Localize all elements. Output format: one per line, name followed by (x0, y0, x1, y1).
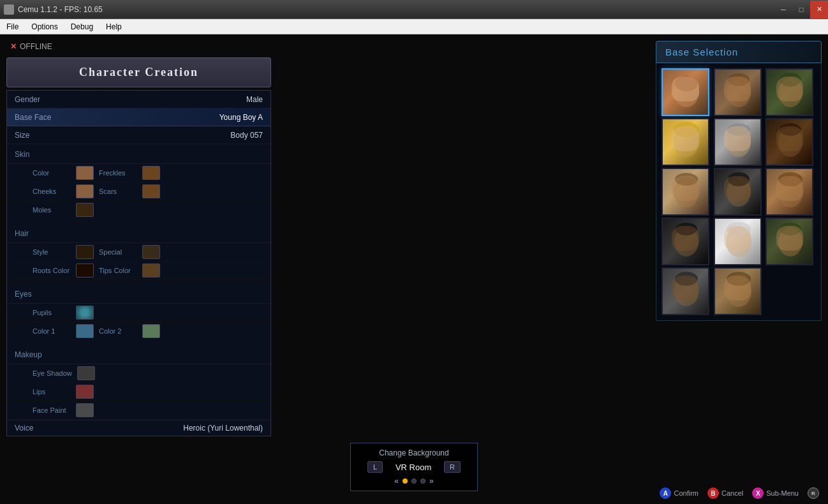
size-label: Size (15, 131, 230, 140)
makeup-label: Makeup (15, 350, 42, 359)
eye-color-row: Color 1 Color 2 (7, 322, 270, 341)
face-portrait-11 (715, 219, 760, 264)
svg-point-15 (728, 172, 750, 186)
eye-color1-swatch[interactable] (76, 324, 94, 338)
maximize-button[interactable]: □ (792, 1, 810, 19)
face-portrait-4 (663, 119, 708, 165)
gender-value: Male (246, 95, 263, 104)
hair-special-label: Special (99, 248, 137, 256)
tips-color-swatch[interactable] (142, 263, 160, 278)
skin-color-swatch[interactable] (76, 166, 94, 180)
bg-name: VR Room (388, 463, 439, 472)
pupils-label: Pupils (33, 309, 71, 316)
face-grid (656, 63, 822, 321)
b-button[interactable]: B (707, 487, 719, 499)
eye-color1-label: Color 1 (33, 327, 71, 335)
face-cell-13[interactable] (662, 267, 709, 315)
bg-dot-1[interactable] (403, 478, 408, 484)
bg-dot-3[interactable] (420, 478, 425, 484)
svg-point-17 (778, 172, 802, 186)
char-options: Gender Male Base Face Young Boy A Size B… (6, 90, 271, 436)
a-button[interactable]: A (660, 487, 671, 499)
size-value: Body 057 (230, 131, 263, 140)
nav-next-icon[interactable]: » (429, 477, 434, 485)
face-portrait-14 (715, 269, 760, 314)
pupils-swatch[interactable] (76, 306, 94, 320)
menu-file[interactable]: File (0, 21, 25, 33)
face-cell-12[interactable] (765, 218, 813, 265)
face-cell-4[interactable] (662, 118, 709, 166)
minimize-button[interactable]: ─ (774, 1, 792, 19)
submenu-label: Sub-Menu (766, 489, 799, 497)
svg-point-26 (726, 276, 751, 307)
face-paint-row: Face Paint (7, 401, 270, 420)
bg-prev-button[interactable]: L (367, 461, 383, 473)
face-cell-6[interactable] (765, 118, 813, 166)
eyes-section: Eyes (7, 284, 270, 304)
bg-dots: « » (361, 477, 467, 485)
face-cell-9[interactable] (765, 168, 813, 216)
cancel-action: B Cancel (707, 487, 743, 499)
menu-options[interactable]: Options (25, 21, 64, 33)
confirm-action: A Confirm (660, 487, 699, 499)
submenu-action: X Sub-Menu (752, 487, 799, 499)
skin-color-row: Color Freckles (7, 164, 270, 182)
roots-color-swatch[interactable] (76, 263, 94, 278)
bg-next-button[interactable]: R (444, 461, 461, 473)
face-cell-10[interactable] (662, 218, 709, 265)
moles-label: Moles (33, 206, 71, 214)
more-action: R (808, 487, 822, 499)
menubar: File Options Debug Help (0, 19, 828, 34)
face-portrait-9 (767, 169, 812, 214)
face-cell-14[interactable] (714, 267, 762, 315)
voice-row[interactable]: Voice Heroic (Yuri Lowenthal) (7, 420, 270, 436)
change-bg-title: Change Background (361, 448, 467, 457)
face-cell-1[interactable] (662, 68, 709, 116)
hair-special-swatch[interactable] (142, 245, 160, 259)
nav-prev-icon[interactable]: « (394, 477, 399, 485)
menu-debug[interactable]: Debug (64, 21, 100, 33)
freckles-swatch[interactable] (142, 166, 160, 180)
menu-help[interactable]: Help (100, 21, 128, 33)
eye-shadow-swatch[interactable] (77, 366, 95, 380)
base-face-value: Young Boy A (219, 113, 263, 122)
face-paint-swatch[interactable] (76, 403, 94, 417)
bg-dot-2[interactable] (411, 478, 417, 484)
lips-swatch[interactable] (76, 385, 94, 399)
confirm-label: Confirm (674, 489, 699, 497)
face-cell-7[interactable] (662, 168, 709, 216)
svg-point-0 (674, 77, 699, 107)
svg-point-24 (674, 277, 699, 306)
skin-color-label: Color (33, 169, 71, 177)
face-cell-8[interactable] (714, 168, 762, 216)
gender-row[interactable]: Gender Male (7, 91, 270, 108)
makeup-section: Makeup (7, 345, 270, 364)
svg-point-5 (780, 73, 801, 87)
svg-point-11 (780, 123, 801, 136)
lips-row: Lips (7, 383, 270, 401)
cheeks-swatch[interactable] (76, 184, 94, 198)
cancel-label: Cancel (721, 489, 743, 497)
svg-point-9 (727, 123, 750, 136)
bg-selector: L VR Room R (361, 461, 467, 473)
face-cell-5[interactable] (714, 118, 762, 166)
eye-color2-label: Color 2 (99, 327, 137, 335)
moles-swatch[interactable] (76, 203, 94, 217)
svg-point-3 (728, 73, 750, 86)
svg-point-22 (778, 227, 802, 256)
r-button[interactable]: R (808, 487, 819, 499)
close-button[interactable]: ✕ (810, 1, 828, 19)
size-row[interactable]: Size Body 057 (7, 126, 270, 144)
base-selection-title: Base Selection (665, 47, 738, 57)
face-portrait-7 (663, 169, 708, 214)
scars-swatch[interactable] (142, 184, 160, 198)
svg-point-6 (674, 128, 699, 157)
hair-style-swatch[interactable] (76, 245, 94, 259)
face-cell-3[interactable] (765, 68, 813, 116)
x-button[interactable]: X (752, 487, 764, 499)
face-cell-2[interactable] (714, 68, 762, 116)
svg-point-20 (726, 226, 751, 257)
eye-color2-swatch[interactable] (142, 324, 160, 338)
face-cell-11[interactable] (714, 218, 762, 265)
base-face-row[interactable]: Base Face Young Boy A (7, 108, 270, 126)
